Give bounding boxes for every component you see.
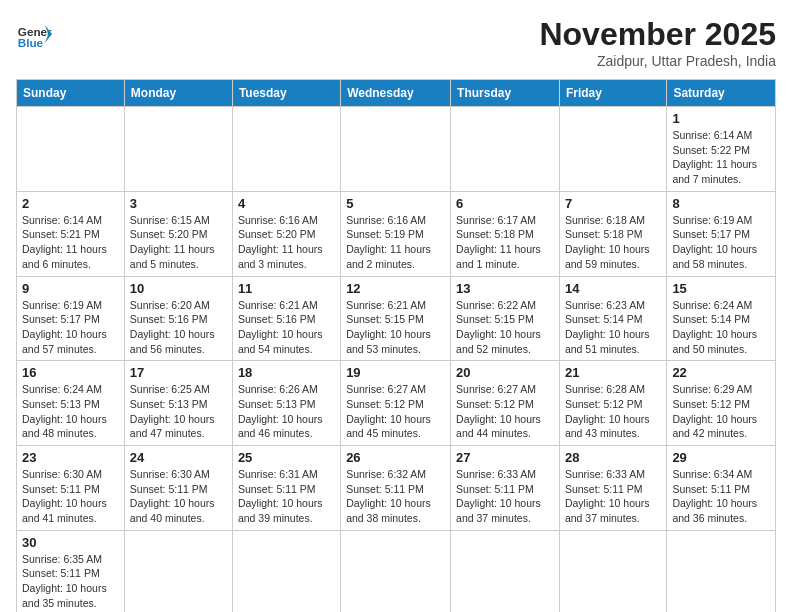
weekday-saturday: Saturday [667,80,776,107]
day-cell [559,107,666,192]
day-info: Sunrise: 6:18 AM Sunset: 5:18 PM Dayligh… [565,213,661,272]
weekday-monday: Monday [124,80,232,107]
day-number: 28 [565,450,661,465]
day-info: Sunrise: 6:31 AM Sunset: 5:11 PM Dayligh… [238,467,335,526]
day-cell [559,530,666,612]
day-cell [232,107,340,192]
day-cell [232,530,340,612]
svg-text:Blue: Blue [18,36,44,49]
day-number: 25 [238,450,335,465]
day-info: Sunrise: 6:16 AM Sunset: 5:20 PM Dayligh… [238,213,335,272]
day-cell: 24Sunrise: 6:30 AM Sunset: 5:11 PM Dayli… [124,446,232,531]
day-cell [667,530,776,612]
day-info: Sunrise: 6:33 AM Sunset: 5:11 PM Dayligh… [565,467,661,526]
weekday-friday: Friday [559,80,666,107]
weekday-tuesday: Tuesday [232,80,340,107]
day-number: 21 [565,365,661,380]
day-cell: 17Sunrise: 6:25 AM Sunset: 5:13 PM Dayli… [124,361,232,446]
day-number: 5 [346,196,445,211]
day-cell: 9Sunrise: 6:19 AM Sunset: 5:17 PM Daylig… [17,276,125,361]
day-number: 17 [130,365,227,380]
day-number: 27 [456,450,554,465]
day-cell: 15Sunrise: 6:24 AM Sunset: 5:14 PM Dayli… [667,276,776,361]
day-number: 6 [456,196,554,211]
day-number: 24 [130,450,227,465]
day-number: 30 [22,535,119,550]
day-cell: 2Sunrise: 6:14 AM Sunset: 5:21 PM Daylig… [17,191,125,276]
day-cell: 14Sunrise: 6:23 AM Sunset: 5:14 PM Dayli… [559,276,666,361]
day-number: 16 [22,365,119,380]
day-cell [451,530,560,612]
day-info: Sunrise: 6:25 AM Sunset: 5:13 PM Dayligh… [130,382,227,441]
month-title: November 2025 [539,16,776,53]
day-number: 10 [130,281,227,296]
weekday-thursday: Thursday [451,80,560,107]
day-cell: 18Sunrise: 6:26 AM Sunset: 5:13 PM Dayli… [232,361,340,446]
day-cell: 20Sunrise: 6:27 AM Sunset: 5:12 PM Dayli… [451,361,560,446]
day-number: 14 [565,281,661,296]
week-row-3: 16Sunrise: 6:24 AM Sunset: 5:13 PM Dayli… [17,361,776,446]
day-info: Sunrise: 6:16 AM Sunset: 5:19 PM Dayligh… [346,213,445,272]
day-cell [341,107,451,192]
day-cell: 8Sunrise: 6:19 AM Sunset: 5:17 PM Daylig… [667,191,776,276]
day-cell: 29Sunrise: 6:34 AM Sunset: 5:11 PM Dayli… [667,446,776,531]
day-info: Sunrise: 6:14 AM Sunset: 5:22 PM Dayligh… [672,128,770,187]
day-cell: 4Sunrise: 6:16 AM Sunset: 5:20 PM Daylig… [232,191,340,276]
day-cell: 26Sunrise: 6:32 AM Sunset: 5:11 PM Dayli… [341,446,451,531]
week-row-1: 2Sunrise: 6:14 AM Sunset: 5:21 PM Daylig… [17,191,776,276]
day-number: 11 [238,281,335,296]
weekday-header-row: SundayMondayTuesdayWednesdayThursdayFrid… [17,80,776,107]
day-info: Sunrise: 6:34 AM Sunset: 5:11 PM Dayligh… [672,467,770,526]
day-number: 29 [672,450,770,465]
day-info: Sunrise: 6:29 AM Sunset: 5:12 PM Dayligh… [672,382,770,441]
header: General Blue November 2025 Zaidpur, Utta… [16,16,776,69]
day-info: Sunrise: 6:27 AM Sunset: 5:12 PM Dayligh… [456,382,554,441]
day-cell: 28Sunrise: 6:33 AM Sunset: 5:11 PM Dayli… [559,446,666,531]
day-info: Sunrise: 6:14 AM Sunset: 5:21 PM Dayligh… [22,213,119,272]
day-info: Sunrise: 6:23 AM Sunset: 5:14 PM Dayligh… [565,298,661,357]
day-cell: 22Sunrise: 6:29 AM Sunset: 5:12 PM Dayli… [667,361,776,446]
day-number: 26 [346,450,445,465]
day-info: Sunrise: 6:24 AM Sunset: 5:13 PM Dayligh… [22,382,119,441]
day-cell: 5Sunrise: 6:16 AM Sunset: 5:19 PM Daylig… [341,191,451,276]
day-number: 4 [238,196,335,211]
day-info: Sunrise: 6:19 AM Sunset: 5:17 PM Dayligh… [672,213,770,272]
week-row-5: 30Sunrise: 6:35 AM Sunset: 5:11 PM Dayli… [17,530,776,612]
day-cell [451,107,560,192]
day-number: 1 [672,111,770,126]
day-info: Sunrise: 6:32 AM Sunset: 5:11 PM Dayligh… [346,467,445,526]
day-info: Sunrise: 6:26 AM Sunset: 5:13 PM Dayligh… [238,382,335,441]
day-number: 15 [672,281,770,296]
day-cell: 13Sunrise: 6:22 AM Sunset: 5:15 PM Dayli… [451,276,560,361]
day-number: 2 [22,196,119,211]
logo: General Blue [16,16,52,52]
day-cell: 10Sunrise: 6:20 AM Sunset: 5:16 PM Dayli… [124,276,232,361]
day-cell: 23Sunrise: 6:30 AM Sunset: 5:11 PM Dayli… [17,446,125,531]
calendar-table: SundayMondayTuesdayWednesdayThursdayFrid… [16,79,776,612]
day-info: Sunrise: 6:17 AM Sunset: 5:18 PM Dayligh… [456,213,554,272]
week-row-2: 9Sunrise: 6:19 AM Sunset: 5:17 PM Daylig… [17,276,776,361]
day-number: 13 [456,281,554,296]
day-cell [17,107,125,192]
day-number: 20 [456,365,554,380]
day-cell: 25Sunrise: 6:31 AM Sunset: 5:11 PM Dayli… [232,446,340,531]
day-cell [124,107,232,192]
day-cell [341,530,451,612]
day-info: Sunrise: 6:33 AM Sunset: 5:11 PM Dayligh… [456,467,554,526]
day-number: 12 [346,281,445,296]
day-info: Sunrise: 6:20 AM Sunset: 5:16 PM Dayligh… [130,298,227,357]
day-info: Sunrise: 6:28 AM Sunset: 5:12 PM Dayligh… [565,382,661,441]
day-info: Sunrise: 6:30 AM Sunset: 5:11 PM Dayligh… [22,467,119,526]
day-number: 9 [22,281,119,296]
day-info: Sunrise: 6:35 AM Sunset: 5:11 PM Dayligh… [22,552,119,611]
day-cell: 11Sunrise: 6:21 AM Sunset: 5:16 PM Dayli… [232,276,340,361]
day-cell: 30Sunrise: 6:35 AM Sunset: 5:11 PM Dayli… [17,530,125,612]
day-info: Sunrise: 6:22 AM Sunset: 5:15 PM Dayligh… [456,298,554,357]
day-info: Sunrise: 6:21 AM Sunset: 5:16 PM Dayligh… [238,298,335,357]
day-info: Sunrise: 6:24 AM Sunset: 5:14 PM Dayligh… [672,298,770,357]
day-cell: 16Sunrise: 6:24 AM Sunset: 5:13 PM Dayli… [17,361,125,446]
day-number: 8 [672,196,770,211]
week-row-4: 23Sunrise: 6:30 AM Sunset: 5:11 PM Dayli… [17,446,776,531]
day-number: 22 [672,365,770,380]
day-info: Sunrise: 6:21 AM Sunset: 5:15 PM Dayligh… [346,298,445,357]
